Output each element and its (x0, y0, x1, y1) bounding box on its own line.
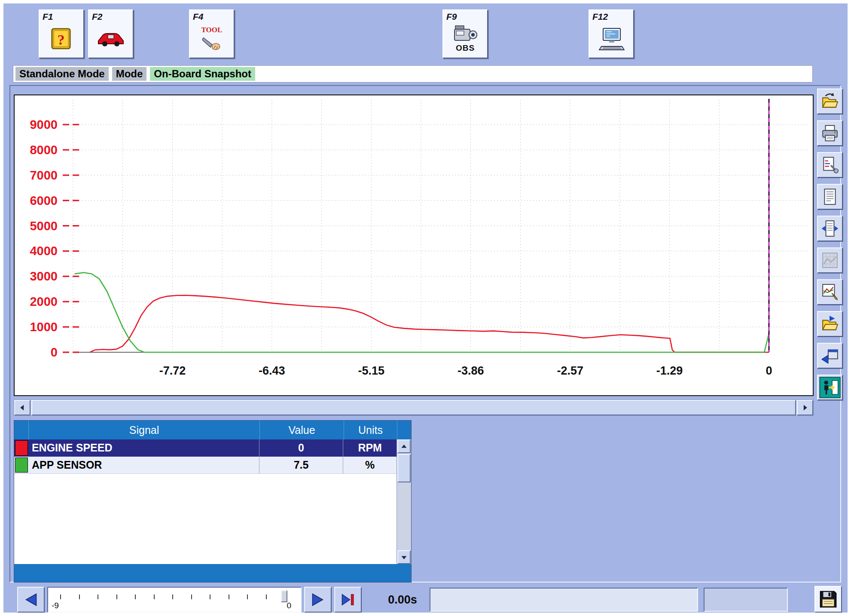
folder-export-icon (821, 315, 839, 333)
standalone-mode-label: Standalone Mode (15, 67, 109, 81)
svg-text:4000: 4000 (30, 244, 58, 258)
open-file-button[interactable] (817, 88, 843, 114)
svg-text:0: 0 (51, 345, 58, 359)
graph-setup-icon (821, 283, 839, 301)
svg-text:1000: 1000 (30, 320, 58, 334)
snapshot-mode-label: On-Board Snapshot (150, 67, 255, 81)
report-button[interactable] (817, 184, 843, 210)
table-row[interactable]: ENGINE SPEED0RPM (14, 439, 397, 457)
vertical-scrollbar[interactable] (397, 439, 411, 564)
timeline-slider[interactable]: -9 0 (47, 587, 302, 613)
scroll-right-button[interactable] (797, 400, 813, 415)
mode-bar: Standalone Mode Mode On-Board Snapshot (13, 65, 813, 82)
h-scrollbar-thumb[interactable] (31, 400, 796, 415)
car-icon (97, 30, 125, 48)
obs-camera-icon: OBS (453, 24, 478, 53)
svg-text:6000: 6000 (30, 194, 58, 207)
svg-text:-2.57: -2.57 (557, 364, 583, 377)
fit-view-icon (821, 220, 839, 238)
horizontal-scrollbar[interactable] (14, 399, 814, 416)
capture-button[interactable] (817, 343, 843, 369)
svg-text:-3.86: -3.86 (458, 364, 484, 377)
signal-chart[interactable]: 0100020003000400050006000700080009000-7.… (15, 95, 813, 395)
svg-text:3000: 3000 (30, 269, 58, 283)
svg-text:-1.29: -1.29 (656, 364, 683, 377)
exit-icon (819, 377, 841, 398)
tool-caption: TOOL (201, 26, 223, 34)
open-file-icon (821, 92, 839, 110)
svg-text:9000: 9000 (30, 118, 58, 131)
svg-text:8000: 8000 (30, 143, 58, 157)
table-body: ENGINE SPEED0RPMAPP SENSOR7.5% (14, 439, 397, 564)
capture-icon (821, 347, 839, 365)
graph-panel: 0100020003000400050006000700080009000-7.… (14, 95, 814, 396)
play-back-icon (23, 592, 39, 607)
table-header: Signal Value Units (14, 421, 411, 439)
folder-export-button[interactable] (817, 311, 843, 337)
scroll-left-button[interactable] (14, 400, 31, 415)
skip-to-end-button[interactable] (334, 587, 362, 613)
f4-tool-button[interactable]: F4 TOOL (189, 9, 235, 58)
signal-setup-button[interactable] (817, 152, 843, 178)
graph-disabled-icon (821, 251, 839, 269)
status-panel (430, 588, 698, 612)
scroll-down-button[interactable] (397, 550, 411, 564)
step-back-button[interactable] (17, 587, 45, 613)
graph-disabled-button (817, 247, 843, 273)
signal-name-cell: ENGINE SPEED (29, 439, 259, 457)
skip-to-end-icon (340, 592, 356, 607)
scroll-up-button[interactable] (397, 439, 411, 453)
svg-text:-5.15: -5.15 (358, 364, 385, 377)
mode-label: Mode (112, 67, 147, 81)
table-footer-bar (14, 564, 411, 582)
svg-text:-6.43: -6.43 (259, 364, 285, 377)
svg-text:0: 0 (766, 364, 772, 377)
time-display: 0.00s (370, 587, 435, 613)
arrow-right-icon (802, 404, 808, 411)
graph-setup-button[interactable] (817, 279, 843, 305)
engine-speed-line (90, 296, 769, 353)
fit-view-button[interactable] (817, 216, 843, 241)
signal-units-cell: RPM (343, 439, 397, 457)
step-forward-button[interactable] (304, 587, 332, 613)
signal-setup-icon (821, 156, 839, 174)
help-icon: ? (50, 26, 73, 51)
application-window: F1 ? F2 F4 TOOL (0, 0, 851, 616)
svg-text:5000: 5000 (30, 219, 58, 233)
swatch-column-header (14, 421, 29, 439)
signal-column-header[interactable]: Signal (29, 421, 260, 439)
table-row[interactable]: APP SENSOR7.5% (14, 457, 397, 474)
obs-caption: OBS (456, 43, 475, 53)
exit-button[interactable] (817, 375, 843, 400)
f12-label: F12 (592, 12, 608, 22)
report-icon (821, 188, 839, 206)
units-column-header[interactable]: Units (344, 421, 397, 439)
v-scrollbar-thumb[interactable] (397, 454, 411, 482)
signal-units-cell: % (343, 457, 397, 473)
arrow-left-icon (19, 404, 26, 411)
f4-label: F4 (193, 12, 204, 22)
f9-snapshot-button[interactable]: F9 OBS (442, 9, 488, 58)
f1-label: F1 (43, 12, 53, 22)
svg-text:-7.72: -7.72 (159, 364, 186, 377)
f9-label: F9 (446, 12, 457, 22)
f12-system-button[interactable]: F12 (589, 9, 634, 58)
f1-help-button[interactable]: F1 ? (39, 9, 84, 58)
print-button[interactable] (817, 120, 843, 146)
value-column-header[interactable]: Value (260, 421, 344, 439)
svg-text:7000: 7000 (30, 168, 58, 182)
signal-color-swatch (14, 439, 29, 457)
arrow-up-icon (401, 443, 407, 450)
slider-max-label: 0 (287, 601, 291, 610)
slider-min-label: -9 (52, 601, 59, 610)
signal-name-cell: APP SENSOR (29, 457, 259, 473)
svg-text:2000: 2000 (30, 295, 58, 308)
slider-thumb[interactable] (281, 590, 287, 602)
computer-icon (598, 27, 625, 51)
play-forward-icon (310, 592, 326, 607)
save-button[interactable] (814, 586, 842, 613)
signal-color-swatch (14, 457, 29, 473)
signal-value-cell: 0 (259, 439, 344, 457)
f2-vehicle-button[interactable]: F2 (88, 9, 134, 58)
svg-text:?: ? (58, 32, 65, 48)
